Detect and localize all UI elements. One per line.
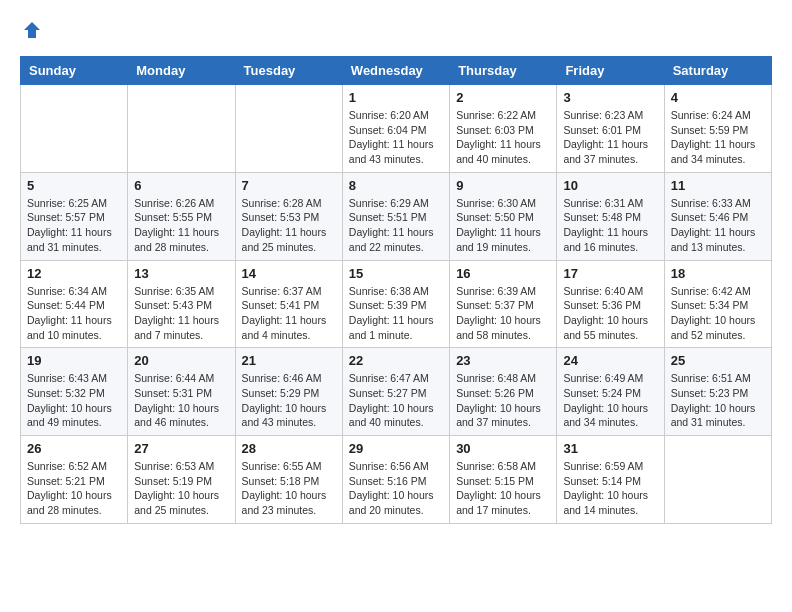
calendar-cell: 21Sunrise: 6:46 AM Sunset: 5:29 PM Dayli… <box>235 348 342 436</box>
calendar-week-row: 1Sunrise: 6:20 AM Sunset: 6:04 PM Daylig… <box>21 85 772 173</box>
day-info: Sunrise: 6:29 AM Sunset: 5:51 PM Dayligh… <box>349 196 443 255</box>
day-number: 2 <box>456 90 550 105</box>
calendar-cell: 12Sunrise: 6:34 AM Sunset: 5:44 PM Dayli… <box>21 260 128 348</box>
day-number: 21 <box>242 353 336 368</box>
day-number: 10 <box>563 178 657 193</box>
calendar-cell: 10Sunrise: 6:31 AM Sunset: 5:48 PM Dayli… <box>557 172 664 260</box>
logo <box>20 20 42 40</box>
calendar-week-row: 12Sunrise: 6:34 AM Sunset: 5:44 PM Dayli… <box>21 260 772 348</box>
calendar-cell: 26Sunrise: 6:52 AM Sunset: 5:21 PM Dayli… <box>21 436 128 524</box>
day-number: 14 <box>242 266 336 281</box>
day-info: Sunrise: 6:42 AM Sunset: 5:34 PM Dayligh… <box>671 284 765 343</box>
day-info: Sunrise: 6:34 AM Sunset: 5:44 PM Dayligh… <box>27 284 121 343</box>
calendar-cell: 23Sunrise: 6:48 AM Sunset: 5:26 PM Dayli… <box>450 348 557 436</box>
weekday-header-friday: Friday <box>557 57 664 85</box>
calendar-cell: 19Sunrise: 6:43 AM Sunset: 5:32 PM Dayli… <box>21 348 128 436</box>
day-number: 1 <box>349 90 443 105</box>
day-number: 23 <box>456 353 550 368</box>
day-number: 4 <box>671 90 765 105</box>
calendar-cell: 24Sunrise: 6:49 AM Sunset: 5:24 PM Dayli… <box>557 348 664 436</box>
calendar-cell: 30Sunrise: 6:58 AM Sunset: 5:15 PM Dayli… <box>450 436 557 524</box>
calendar-cell: 1Sunrise: 6:20 AM Sunset: 6:04 PM Daylig… <box>342 85 449 173</box>
weekday-header-row: SundayMondayTuesdayWednesdayThursdayFrid… <box>21 57 772 85</box>
day-info: Sunrise: 6:37 AM Sunset: 5:41 PM Dayligh… <box>242 284 336 343</box>
day-number: 16 <box>456 266 550 281</box>
weekday-header-saturday: Saturday <box>664 57 771 85</box>
calendar-cell: 29Sunrise: 6:56 AM Sunset: 5:16 PM Dayli… <box>342 436 449 524</box>
day-info: Sunrise: 6:48 AM Sunset: 5:26 PM Dayligh… <box>456 371 550 430</box>
weekday-header-thursday: Thursday <box>450 57 557 85</box>
day-info: Sunrise: 6:24 AM Sunset: 5:59 PM Dayligh… <box>671 108 765 167</box>
day-info: Sunrise: 6:22 AM Sunset: 6:03 PM Dayligh… <box>456 108 550 167</box>
day-number: 19 <box>27 353 121 368</box>
calendar-cell: 17Sunrise: 6:40 AM Sunset: 5:36 PM Dayli… <box>557 260 664 348</box>
day-number: 12 <box>27 266 121 281</box>
page-header <box>20 20 772 40</box>
day-info: Sunrise: 6:49 AM Sunset: 5:24 PM Dayligh… <box>563 371 657 430</box>
calendar-cell: 20Sunrise: 6:44 AM Sunset: 5:31 PM Dayli… <box>128 348 235 436</box>
day-number: 30 <box>456 441 550 456</box>
day-info: Sunrise: 6:56 AM Sunset: 5:16 PM Dayligh… <box>349 459 443 518</box>
day-info: Sunrise: 6:23 AM Sunset: 6:01 PM Dayligh… <box>563 108 657 167</box>
day-info: Sunrise: 6:43 AM Sunset: 5:32 PM Dayligh… <box>27 371 121 430</box>
day-number: 7 <box>242 178 336 193</box>
day-info: Sunrise: 6:25 AM Sunset: 5:57 PM Dayligh… <box>27 196 121 255</box>
calendar-cell: 13Sunrise: 6:35 AM Sunset: 5:43 PM Dayli… <box>128 260 235 348</box>
day-info: Sunrise: 6:39 AM Sunset: 5:37 PM Dayligh… <box>456 284 550 343</box>
day-number: 8 <box>349 178 443 193</box>
day-info: Sunrise: 6:59 AM Sunset: 5:14 PM Dayligh… <box>563 459 657 518</box>
day-number: 3 <box>563 90 657 105</box>
day-info: Sunrise: 6:46 AM Sunset: 5:29 PM Dayligh… <box>242 371 336 430</box>
calendar-cell: 25Sunrise: 6:51 AM Sunset: 5:23 PM Dayli… <box>664 348 771 436</box>
day-number: 6 <box>134 178 228 193</box>
day-info: Sunrise: 6:31 AM Sunset: 5:48 PM Dayligh… <box>563 196 657 255</box>
calendar-cell <box>128 85 235 173</box>
weekday-header-monday: Monday <box>128 57 235 85</box>
day-info: Sunrise: 6:35 AM Sunset: 5:43 PM Dayligh… <box>134 284 228 343</box>
calendar-cell: 2Sunrise: 6:22 AM Sunset: 6:03 PM Daylig… <box>450 85 557 173</box>
calendar-cell: 22Sunrise: 6:47 AM Sunset: 5:27 PM Dayli… <box>342 348 449 436</box>
day-info: Sunrise: 6:51 AM Sunset: 5:23 PM Dayligh… <box>671 371 765 430</box>
day-info: Sunrise: 6:58 AM Sunset: 5:15 PM Dayligh… <box>456 459 550 518</box>
day-info: Sunrise: 6:52 AM Sunset: 5:21 PM Dayligh… <box>27 459 121 518</box>
day-number: 28 <box>242 441 336 456</box>
calendar-cell: 14Sunrise: 6:37 AM Sunset: 5:41 PM Dayli… <box>235 260 342 348</box>
calendar-cell <box>664 436 771 524</box>
calendar-cell: 28Sunrise: 6:55 AM Sunset: 5:18 PM Dayli… <box>235 436 342 524</box>
day-info: Sunrise: 6:44 AM Sunset: 5:31 PM Dayligh… <box>134 371 228 430</box>
calendar-cell: 8Sunrise: 6:29 AM Sunset: 5:51 PM Daylig… <box>342 172 449 260</box>
calendar-cell: 15Sunrise: 6:38 AM Sunset: 5:39 PM Dayli… <box>342 260 449 348</box>
calendar-cell: 27Sunrise: 6:53 AM Sunset: 5:19 PM Dayli… <box>128 436 235 524</box>
calendar-cell: 9Sunrise: 6:30 AM Sunset: 5:50 PM Daylig… <box>450 172 557 260</box>
calendar-cell: 31Sunrise: 6:59 AM Sunset: 5:14 PM Dayli… <box>557 436 664 524</box>
day-info: Sunrise: 6:33 AM Sunset: 5:46 PM Dayligh… <box>671 196 765 255</box>
day-info: Sunrise: 6:53 AM Sunset: 5:19 PM Dayligh… <box>134 459 228 518</box>
day-info: Sunrise: 6:47 AM Sunset: 5:27 PM Dayligh… <box>349 371 443 430</box>
calendar-week-row: 5Sunrise: 6:25 AM Sunset: 5:57 PM Daylig… <box>21 172 772 260</box>
day-info: Sunrise: 6:30 AM Sunset: 5:50 PM Dayligh… <box>456 196 550 255</box>
day-info: Sunrise: 6:55 AM Sunset: 5:18 PM Dayligh… <box>242 459 336 518</box>
calendar-cell <box>235 85 342 173</box>
calendar-week-row: 19Sunrise: 6:43 AM Sunset: 5:32 PM Dayli… <box>21 348 772 436</box>
calendar-cell: 18Sunrise: 6:42 AM Sunset: 5:34 PM Dayli… <box>664 260 771 348</box>
calendar-cell: 6Sunrise: 6:26 AM Sunset: 5:55 PM Daylig… <box>128 172 235 260</box>
logo-icon <box>22 20 42 40</box>
day-number: 24 <box>563 353 657 368</box>
day-number: 13 <box>134 266 228 281</box>
day-info: Sunrise: 6:28 AM Sunset: 5:53 PM Dayligh… <box>242 196 336 255</box>
calendar-cell: 4Sunrise: 6:24 AM Sunset: 5:59 PM Daylig… <box>664 85 771 173</box>
calendar-cell: 16Sunrise: 6:39 AM Sunset: 5:37 PM Dayli… <box>450 260 557 348</box>
day-info: Sunrise: 6:40 AM Sunset: 5:36 PM Dayligh… <box>563 284 657 343</box>
calendar-cell: 11Sunrise: 6:33 AM Sunset: 5:46 PM Dayli… <box>664 172 771 260</box>
day-number: 11 <box>671 178 765 193</box>
day-number: 18 <box>671 266 765 281</box>
day-number: 31 <box>563 441 657 456</box>
day-info: Sunrise: 6:26 AM Sunset: 5:55 PM Dayligh… <box>134 196 228 255</box>
calendar-cell: 3Sunrise: 6:23 AM Sunset: 6:01 PM Daylig… <box>557 85 664 173</box>
day-info: Sunrise: 6:20 AM Sunset: 6:04 PM Dayligh… <box>349 108 443 167</box>
day-number: 25 <box>671 353 765 368</box>
day-number: 9 <box>456 178 550 193</box>
calendar-cell: 7Sunrise: 6:28 AM Sunset: 5:53 PM Daylig… <box>235 172 342 260</box>
weekday-header-tuesday: Tuesday <box>235 57 342 85</box>
calendar-cell: 5Sunrise: 6:25 AM Sunset: 5:57 PM Daylig… <box>21 172 128 260</box>
